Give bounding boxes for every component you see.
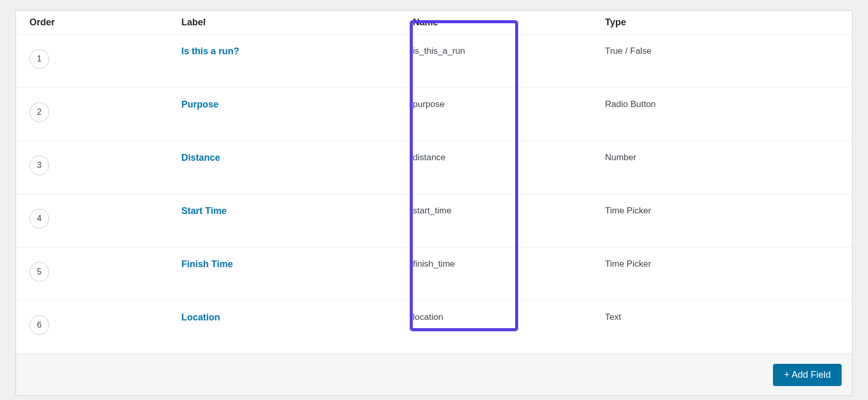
order-badge[interactable]: 5 — [29, 262, 49, 282]
field-group-table: Order Label Name Type 1 Is this a run? i… — [16, 10, 853, 396]
order-cell: 2 — [26, 99, 181, 122]
field-name: is_this_a_run — [409, 46, 605, 56]
label-cell: Finish Time — [181, 259, 409, 270]
label-cell: Location — [181, 312, 409, 323]
order-cell: 4 — [26, 206, 181, 228]
order-badge[interactable]: 3 — [29, 156, 49, 175]
order-cell: 5 — [26, 259, 181, 282]
label-cell: Is this a run? — [181, 46, 409, 57]
field-label-link[interactable]: Distance — [181, 152, 220, 163]
field-label-link[interactable]: Purpose — [181, 99, 219, 110]
order-cell: 3 — [26, 152, 181, 175]
field-row[interactable]: 2 Purpose purpose Radio Button — [16, 88, 852, 141]
table-header-row: Order Label Name Type — [16, 11, 852, 35]
field-label-link[interactable]: Is this a run? — [181, 46, 239, 57]
column-header-type: Type — [605, 17, 842, 28]
field-type: Number — [605, 152, 842, 163]
field-label-link[interactable]: Start Time — [181, 206, 227, 217]
field-row[interactable]: 1 Is this a run? is_this_a_run True / Fa… — [16, 35, 852, 88]
field-type: Radio Button — [605, 99, 842, 110]
field-name: distance — [409, 152, 605, 163]
field-type: Time Picker — [605, 259, 842, 269]
order-cell: 6 — [26, 312, 181, 335]
field-name: location — [409, 312, 605, 322]
field-type: Time Picker — [605, 206, 842, 216]
field-label-link[interactable]: Location — [181, 312, 220, 323]
label-cell: Purpose — [181, 99, 409, 110]
field-row[interactable]: 5 Finish Time finish_time Time Picker — [16, 248, 852, 301]
add-field-button[interactable]: + Add Field — [773, 364, 842, 386]
order-badge[interactable]: 1 — [29, 49, 49, 69]
field-name: start_time — [409, 206, 605, 216]
field-row[interactable]: 6 Location location Text — [16, 301, 852, 354]
field-row[interactable]: 4 Start Time start_time Time Picker — [16, 194, 852, 248]
field-type: Text — [605, 312, 842, 322]
column-header-name: Name — [409, 17, 605, 28]
order-badge[interactable]: 2 — [29, 102, 49, 122]
field-name: purpose — [409, 99, 605, 110]
order-badge[interactable]: 4 — [29, 209, 49, 228]
field-name: finish_time — [409, 259, 605, 269]
table-footer: + Add Field — [16, 354, 852, 395]
field-type: True / False — [605, 46, 842, 56]
field-label-link[interactable]: Finish Time — [181, 259, 233, 270]
column-header-order: Order — [26, 17, 181, 28]
column-header-label: Label — [181, 17, 409, 28]
label-cell: Start Time — [181, 206, 409, 217]
field-row[interactable]: 3 Distance distance Number — [16, 141, 852, 194]
label-cell: Distance — [181, 152, 409, 163]
order-badge[interactable]: 6 — [29, 315, 49, 335]
order-cell: 1 — [26, 46, 181, 69]
